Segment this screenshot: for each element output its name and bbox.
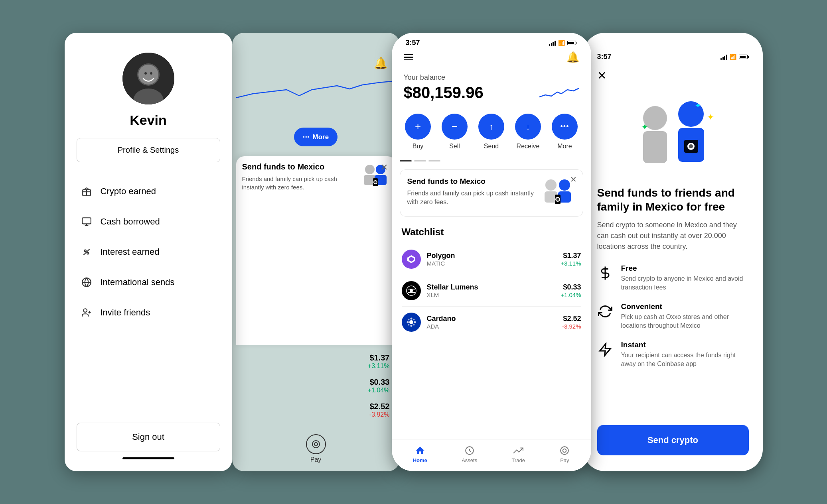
polygon-change: +3.11%	[561, 260, 581, 267]
polygon-info: Polygon MATIC	[427, 252, 555, 267]
svg-point-40	[410, 325, 412, 327]
banner: Send funds to Mexico Friends and family …	[400, 169, 583, 217]
balance-label: Your balance	[404, 73, 579, 82]
send-button[interactable]: ↑	[478, 114, 504, 140]
svg-rect-53	[643, 131, 667, 163]
refresh-icon	[597, 303, 613, 319]
svg-point-33	[556, 198, 559, 201]
left-sidebar-panel: Kevin Profile & Settings Crypto earned	[65, 33, 232, 471]
sidebar-nav: Crypto earned Cash borrowed	[77, 178, 220, 326]
stellar-symbol: XLM	[427, 291, 555, 298]
profile-settings-button[interactable]: Profile & Settings	[77, 138, 220, 162]
secondary-price-change-0: +3.11%	[242, 362, 390, 370]
balance-amount: $80,159.96	[404, 84, 484, 102]
feature-convenient-desc: Pick up cash at Oxxo stores and other lo…	[621, 313, 749, 331]
sign-out-button[interactable]: Sign out	[77, 423, 220, 451]
tab-assets[interactable]: Assets	[462, 445, 477, 463]
buy-label: Buy	[413, 143, 424, 150]
status-time: 3:57	[406, 39, 420, 47]
more-button[interactable]: •••	[552, 114, 578, 140]
svg-point-42	[414, 321, 416, 323]
svg-point-10	[84, 250, 86, 252]
right-title: Send funds to friends and family in Mexi…	[597, 186, 749, 214]
crypto-row-cardano[interactable]: Cardano ADA $2.52 -3.92%	[402, 307, 581, 338]
buy-button-wrap[interactable]: + Buy	[405, 114, 431, 150]
sidebar-item-interest-earned[interactable]: Interest earned	[77, 239, 220, 265]
sell-button-wrap[interactable]: − Sell	[442, 114, 468, 150]
sidebar-item-label-invite-friends: Invite friends	[101, 307, 150, 318]
svg-point-29	[559, 179, 570, 191]
stellar-price-col: $0.33 +1.04%	[561, 283, 581, 298]
notification-bell-icon[interactable]: 🔔	[566, 51, 579, 63]
right-illustration: ✦ ✦ ✦	[597, 94, 749, 174]
secondary-pay-label: Pay	[310, 456, 322, 463]
sidebar-item-crypto-earned[interactable]: Crypto earned	[77, 178, 220, 205]
svg-point-5	[150, 72, 152, 75]
banner-close-icon[interactable]: ✕	[570, 175, 577, 184]
svg-point-58	[689, 144, 693, 148]
polygon-symbol: MATIC	[427, 260, 555, 267]
polygon-price: $1.37	[561, 252, 581, 260]
cardano-symbol: ADA	[427, 323, 556, 330]
more-label: More	[557, 143, 572, 150]
crypto-row-polygon[interactable]: Polygon MATIC $1.37 +3.11%	[402, 244, 581, 275]
menu-icon[interactable]	[404, 54, 413, 61]
svg-text:✦: ✦	[707, 112, 714, 122]
right-close-button[interactable]: ✕	[597, 69, 749, 82]
pay-icon[interactable]	[306, 434, 326, 454]
receive-button[interactable]: ↓	[515, 114, 541, 140]
stellar-name: Stellar Lumens	[427, 283, 555, 291]
right-battery-icon	[739, 55, 749, 59]
more-pill[interactable]: ··· More	[294, 128, 338, 146]
tab-trade[interactable]: Trade	[512, 445, 525, 463]
status-icons: 📶	[549, 40, 577, 46]
sell-button[interactable]: −	[442, 114, 468, 140]
crypto-row-stellar[interactable]: Stellar Lumens XLM $0.33 +1.04%	[402, 275, 581, 307]
tab-pay[interactable]: Pay	[559, 445, 570, 463]
action-buttons: + Buy − Sell ↑ Send ↓ Receive ••• More	[392, 110, 591, 158]
percent-icon	[81, 246, 93, 258]
send-crypto-button[interactable]: Send crypto	[597, 425, 749, 455]
polygon-price-col: $1.37 +3.11%	[561, 252, 581, 267]
sidebar-item-cash-borrowed[interactable]: Cash borrowed	[77, 209, 220, 235]
buy-button[interactable]: +	[405, 114, 431, 140]
phone-nav-bar: 🔔	[392, 49, 591, 67]
balance-section: Your balance $80,159.96	[392, 67, 591, 110]
more-button-wrap[interactable]: ••• More	[552, 114, 578, 150]
secondary-popup-close-icon[interactable]: ✕	[381, 162, 388, 173]
dot-2	[414, 160, 426, 161]
feature-free: Free Send crypto to anyone in Mexico and…	[597, 264, 749, 292]
feature-free-text: Free Send crypto to anyone in Mexico and…	[621, 264, 749, 292]
stellar-price: $0.33	[561, 283, 581, 291]
svg-point-39	[410, 318, 412, 320]
svg-point-43	[408, 319, 409, 321]
globe-icon	[81, 276, 93, 288]
feature-free-title: Free	[621, 264, 749, 273]
banner-desc: Friends and family can pick up cash inst…	[407, 189, 536, 207]
svg-point-25	[312, 441, 320, 448]
monitor-icon	[81, 216, 93, 228]
receive-button-wrap[interactable]: ↓ Receive	[515, 114, 541, 150]
dot-3	[428, 160, 440, 161]
secondary-price-change-2: -3.92%	[242, 411, 390, 418]
cardano-price-col: $2.52 -3.92%	[562, 315, 581, 330]
middle-phone: 3:57 📶	[392, 33, 591, 471]
secondary-pay-area: Pay	[232, 426, 400, 471]
battery-icon	[567, 41, 577, 45]
svg-point-46	[413, 324, 414, 326]
feature-instant: Instant Your recipient can access the fu…	[597, 341, 749, 369]
sidebar-item-invite-friends[interactable]: Invite friends	[77, 299, 220, 326]
sidebar-item-international-sends[interactable]: International sends	[77, 269, 220, 295]
feature-free-desc: Send crypto to anyone in Mexico and avoi…	[621, 274, 749, 292]
svg-text:✦: ✦	[641, 122, 648, 132]
svg-point-41	[407, 321, 409, 323]
send-button-wrap[interactable]: ↑ Send	[478, 114, 504, 150]
cardano-price: $2.52	[562, 315, 581, 323]
signal-icon	[549, 40, 556, 46]
tab-home[interactable]: Home	[413, 445, 427, 463]
svg-point-4	[144, 72, 147, 75]
stellar-change: +1.04%	[561, 291, 581, 298]
secondary-bell-icon[interactable]: 🔔	[374, 57, 388, 70]
svg-marker-63	[600, 344, 610, 356]
svg-point-15	[83, 309, 87, 312]
